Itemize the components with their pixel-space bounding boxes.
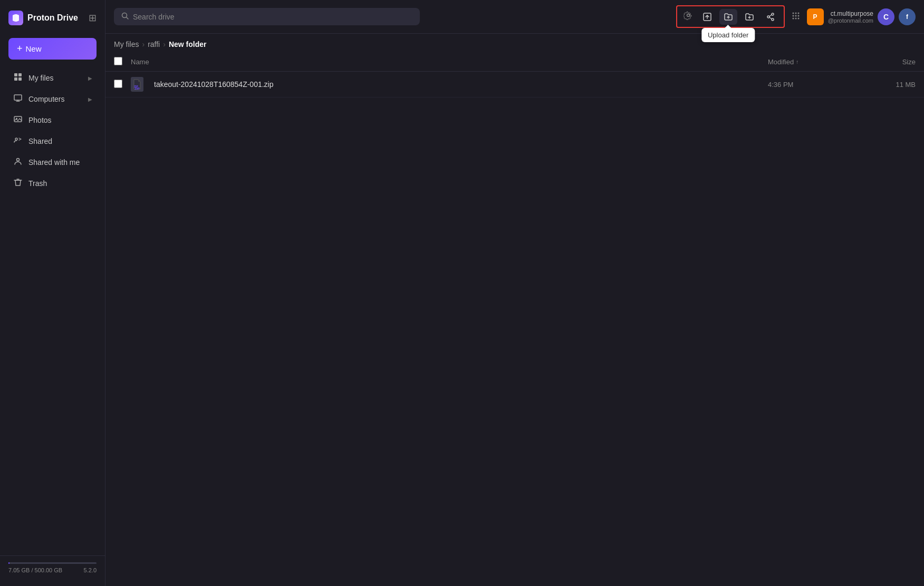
svg-point-21 xyxy=(792,17,794,19)
computers-icon xyxy=(13,94,23,104)
upload-folder-tooltip: Upload folder xyxy=(701,28,755,42)
header: Upload folder xyxy=(105,0,924,34)
upload-file-button[interactable] xyxy=(698,9,716,25)
search-bar[interactable] xyxy=(114,8,420,25)
sidebar-footer: 7.05 GB / 500.00 GB 5.2.0 xyxy=(0,555,105,580)
storage-text: 7.05 GB / 500.00 GB 5.2.0 xyxy=(8,567,97,573)
main-content: Upload folder xyxy=(105,0,924,586)
sidebar-item-my-files[interactable]: My files ▶ xyxy=(4,68,101,88)
name-column-header[interactable]: Name xyxy=(131,58,768,66)
svg-point-10 xyxy=(687,14,689,17)
user-name: ct.multipurpose xyxy=(831,10,873,17)
app-version: 5.2.0 xyxy=(84,567,97,573)
file-table: Name Modified ↑ Size ZIP takeout-2024 xyxy=(105,53,924,586)
table-row[interactable]: ZIP takeout-20241028T160854Z-001.zip 4:3… xyxy=(105,72,924,97)
size-column-header[interactable]: Size xyxy=(852,58,916,66)
sidebar-header: Proton Drive ⊞ xyxy=(0,6,105,34)
settings-button[interactable] xyxy=(681,8,695,25)
photos-icon xyxy=(13,115,23,125)
storage-bar-background xyxy=(8,562,97,564)
search-icon xyxy=(121,12,129,21)
photos-label: Photos xyxy=(28,116,52,124)
computers-label: Computers xyxy=(28,95,64,103)
svg-point-19 xyxy=(795,15,796,16)
search-input[interactable] xyxy=(133,13,412,21)
svg-point-12 xyxy=(767,16,769,18)
storage-used: 7.05 GB / 500.00 GB xyxy=(8,567,62,573)
svg-point-20 xyxy=(797,15,799,16)
breadcrumb-my-files[interactable]: My files xyxy=(114,40,139,48)
breadcrumb-sep-2: › xyxy=(163,40,166,48)
svg-rect-2 xyxy=(14,77,17,81)
sidebar-item-trash[interactable]: Trash xyxy=(4,173,101,193)
toolbar-highlight: Upload folder xyxy=(676,5,785,28)
user-email: @protonmail.com xyxy=(828,17,873,24)
svg-point-17 xyxy=(797,12,799,14)
shared-with-me-label: Shared with me xyxy=(28,158,80,167)
table-header: Name Modified ↑ Size xyxy=(105,53,924,72)
breadcrumb: My files › raffi › New folder xyxy=(105,34,924,53)
my-files-label: My files xyxy=(28,74,53,82)
sidebar-item-computers[interactable]: Computers ▶ xyxy=(4,89,101,109)
computers-arrow: ▶ xyxy=(88,96,92,102)
trash-label: Trash xyxy=(28,179,47,188)
svg-point-7 xyxy=(15,138,17,140)
app-title: Proton Drive xyxy=(27,13,78,23)
user-avatar[interactable]: C xyxy=(878,8,894,25)
my-files-icon xyxy=(13,73,23,83)
file-name: takeout-20241028T160854Z-001.zip xyxy=(154,80,274,89)
svg-point-8 xyxy=(17,159,20,161)
file-modified: 4:36 PM xyxy=(768,81,852,89)
trash-icon xyxy=(13,178,23,189)
share-button[interactable] xyxy=(762,9,779,25)
breadcrumb-raffi[interactable]: raffi xyxy=(148,40,160,48)
modified-column-header[interactable]: Modified ↑ xyxy=(768,58,852,66)
svg-point-18 xyxy=(792,15,794,16)
header-right: Upload folder xyxy=(676,5,916,28)
sidebar-item-shared-with-me[interactable]: Shared with me xyxy=(4,152,101,172)
svg-point-23 xyxy=(797,17,799,19)
shared-label: Shared xyxy=(28,137,52,145)
my-files-arrow: ▶ xyxy=(88,75,92,81)
app-logo-icon xyxy=(8,11,23,25)
svg-point-14 xyxy=(772,18,774,21)
svg-rect-1 xyxy=(18,73,22,76)
new-folder-button[interactable] xyxy=(740,9,758,25)
file-size: 11 MB xyxy=(852,81,916,89)
select-all-checkbox[interactable] xyxy=(114,57,122,65)
file-checkbox[interactable] xyxy=(114,80,122,88)
storage-bar-fill xyxy=(8,562,9,564)
shared-icon xyxy=(13,136,23,147)
select-all-column xyxy=(114,57,131,67)
sort-arrow-up: ↑ xyxy=(796,59,798,65)
svg-rect-3 xyxy=(18,77,22,81)
user-info: ct.multipurpose @protonmail.com xyxy=(828,10,873,24)
breadcrumb-current: New folder xyxy=(169,40,207,48)
sidebar-apps-icon[interactable]: ⊞ xyxy=(89,12,97,24)
file-type-icon: ZIP xyxy=(131,77,143,92)
sidebar-item-photos[interactable]: Photos xyxy=(4,110,101,130)
blue-app-badge[interactable]: f xyxy=(899,8,916,25)
new-button[interactable]: + New xyxy=(8,38,97,60)
shared-with-me-icon xyxy=(13,157,23,168)
svg-point-16 xyxy=(795,12,796,14)
svg-point-22 xyxy=(795,17,796,19)
row-check xyxy=(114,80,131,90)
breadcrumb-sep-1: › xyxy=(142,40,145,48)
upload-folder-container: Upload folder xyxy=(719,9,737,25)
svg-point-15 xyxy=(792,12,794,14)
svg-rect-0 xyxy=(14,73,17,76)
apps-grid-button[interactable] xyxy=(789,9,803,25)
sidebar-item-shared[interactable]: Shared xyxy=(4,131,101,151)
svg-rect-4 xyxy=(14,95,22,100)
sidebar: Proton Drive ⊞ + New My files ▶ xyxy=(0,0,105,586)
sidebar-nav: My files ▶ Computers ▶ Pho xyxy=(0,68,105,555)
orange-app-badge[interactable]: P xyxy=(807,8,824,25)
svg-point-13 xyxy=(772,13,774,15)
svg-text:ZIP: ZIP xyxy=(134,85,138,88)
